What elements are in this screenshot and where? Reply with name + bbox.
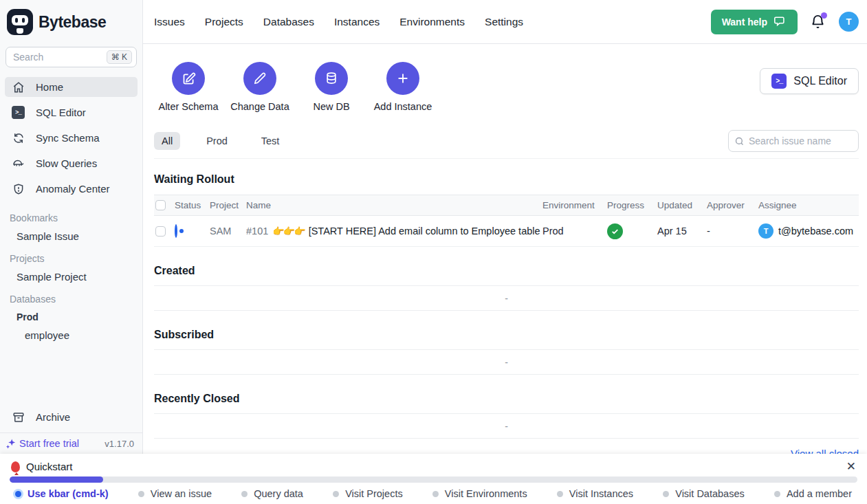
quickstart-item-use-kbar[interactable]: Use kbar (cmd-k) (15, 488, 109, 499)
edit-square-icon (172, 62, 205, 95)
brand-name: Bytebase (39, 13, 106, 32)
sidebar-item-employee[interactable]: employee (25, 329, 133, 341)
chat-icon (773, 16, 787, 28)
row-checkbox[interactable] (155, 226, 166, 237)
sidebar-item-archive[interactable]: Archive (5, 407, 138, 427)
sidebar-item-anomaly-center[interactable]: Anomaly Center (5, 179, 138, 199)
sidebar-item-sample-issue[interactable]: Sample Issue (17, 230, 133, 242)
change-data-button[interactable]: Change Data (226, 62, 294, 112)
quickstart-items: Use kbar (cmd-k) View an issue Query dat… (0, 483, 867, 499)
plus-icon (386, 62, 419, 95)
sidebar-item-sql-editor[interactable]: >_ SQL Editor (5, 102, 138, 122)
select-all-checkbox[interactable] (155, 200, 166, 210)
issue-row[interactable]: SAM #101 👉👉👉 [START HERE] Add email colu… (154, 216, 859, 247)
search-icon (734, 136, 745, 146)
col-status: Status (175, 200, 210, 210)
sidebar-section-projects: Projects (10, 253, 133, 264)
sidebar-section-bookmarks: Bookmarks (10, 212, 133, 223)
col-progress: Progress (607, 200, 657, 210)
search-shortcut-badge: ⌘ K (107, 50, 132, 64)
sidebar-item-label: Home (36, 81, 63, 93)
close-icon[interactable]: ✕ (846, 461, 856, 472)
quickstart-item-visit-instances[interactable]: Visit Instances (557, 488, 633, 499)
terminal-icon: >_ (12, 106, 25, 119)
trial-bar: Start free trial v1.17.0 (0, 432, 142, 454)
want-help-button[interactable]: Want help (711, 10, 798, 34)
status-open-icon (175, 224, 177, 238)
archive-icon (12, 410, 25, 424)
sidebar: Bytebase ⌘ K Home >_ SQL Editor Syn (0, 0, 143, 454)
recently-closed-empty: - (154, 413, 859, 439)
nav-issues[interactable]: Issues (154, 16, 185, 28)
assignee-email: t@bytebase.com (778, 226, 853, 237)
tab-all[interactable]: All (154, 132, 180, 150)
tab-prod[interactable]: Prod (199, 132, 235, 150)
home-content: Alter Schema Change Data New DB (143, 44, 867, 454)
step-dot-icon (138, 491, 144, 497)
section-title-subscribed: Subscribed (154, 329, 859, 341)
new-db-button[interactable]: New DB (297, 62, 366, 112)
quickstart-item-visit-environments[interactable]: Visit Environments (432, 488, 527, 499)
step-dot-icon (241, 491, 248, 497)
search-input[interactable] (13, 52, 107, 63)
issue-search-input[interactable] (749, 135, 853, 146)
sidebar-item-prod[interactable]: Prod (17, 311, 133, 322)
sidebar-item-label: Archive (36, 411, 70, 423)
environment-tabs: All Prod Test (154, 130, 859, 159)
assignee-cell: T t@bytebase.com (758, 223, 859, 239)
alter-schema-button[interactable]: Alter Schema (154, 62, 223, 112)
progress-done-icon (607, 223, 623, 239)
sidebar-item-label: Slow Queries (36, 157, 97, 169)
nav-projects[interactable]: Projects (205, 16, 243, 28)
sidebar-search[interactable]: ⌘ K (6, 47, 137, 67)
sidebar-item-label: Sync Schema (36, 132, 100, 144)
pencil-icon (243, 62, 276, 95)
quickstart-item-query-data[interactable]: Query data (241, 488, 303, 499)
shield-icon (12, 182, 25, 195)
brand-logo[interactable]: Bytebase (0, 0, 142, 44)
nav-environments[interactable]: Environments (399, 16, 465, 28)
project-cell: SAM (210, 226, 246, 237)
quickstart-item-visit-databases[interactable]: Visit Databases (663, 488, 744, 499)
database-icon (315, 62, 348, 95)
view-all-closed-link[interactable]: View all closed (791, 448, 859, 454)
step-dot-icon (774, 491, 780, 497)
created-section: Created - (154, 265, 859, 311)
nav-instances[interactable]: Instances (334, 16, 380, 28)
bytebase-app: Bytebase ⌘ K Home >_ SQL Editor Syn (0, 0, 867, 504)
col-approver: Approver (707, 200, 758, 210)
start-free-trial-link[interactable]: Start free trial (6, 438, 79, 450)
sidebar-item-slow-queries[interactable]: Slow Queries (5, 153, 138, 173)
recently-closed-section: Recently Closed - (154, 393, 859, 439)
sidebar-item-home[interactable]: Home (5, 77, 138, 97)
notification-badge (821, 12, 827, 19)
nav-settings[interactable]: Settings (485, 16, 523, 28)
terminal-icon: >_ (771, 74, 787, 89)
home-icon (12, 80, 25, 94)
sidebar-item-sample-project[interactable]: Sample Project (17, 271, 133, 283)
step-dot-icon (663, 491, 669, 497)
approver-cell: - (707, 226, 758, 237)
notifications-button[interactable] (810, 14, 826, 30)
quickstart-progress-track (10, 476, 857, 483)
quickstart-item-view-an-issue[interactable]: View an issue (138, 488, 212, 499)
step-dot-icon (15, 491, 21, 497)
sidebar-item-sync-schema[interactable]: Sync Schema (5, 128, 138, 148)
sidebar-item-label: Anomaly Center (36, 183, 110, 195)
add-instance-button[interactable]: Add Instance (369, 62, 437, 112)
sparkles-icon (6, 438, 17, 450)
balloon-icon (11, 461, 20, 472)
user-avatar[interactable]: T (839, 12, 859, 32)
quickstart-item-visit-projects[interactable]: Visit Projects (333, 488, 403, 499)
section-title-created: Created (154, 265, 859, 277)
sidebar-item-label: SQL Editor (36, 107, 86, 118)
issue-search-box[interactable] (728, 130, 859, 152)
version-label: v1.17.0 (105, 439, 134, 449)
tab-test[interactable]: Test (254, 132, 287, 150)
nav-databases[interactable]: Databases (263, 16, 314, 28)
sql-editor-button[interactable]: >_ SQL Editor (760, 68, 859, 94)
step-dot-icon (557, 491, 563, 497)
section-title-waiting-rollout: Waiting Rollout (154, 173, 859, 186)
quickstart-item-add-a-member[interactable]: Add a member (774, 488, 852, 499)
col-assignee: Assignee (758, 200, 859, 210)
